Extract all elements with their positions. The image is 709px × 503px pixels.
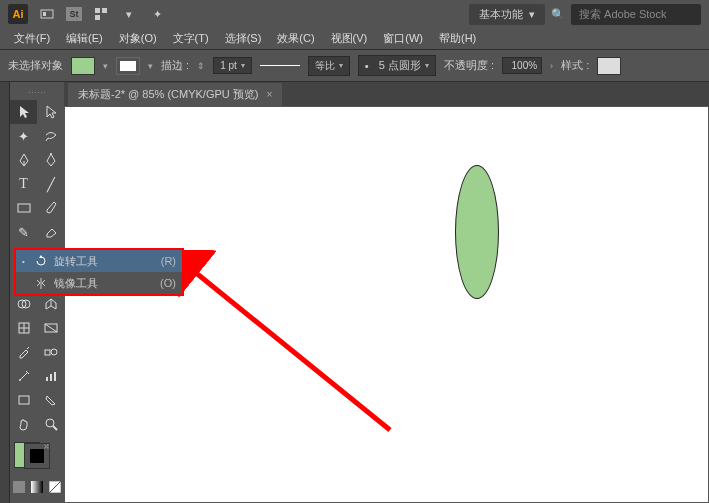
type-tool[interactable]: T xyxy=(10,172,37,196)
graph-tool[interactable] xyxy=(37,364,64,388)
svg-rect-21 xyxy=(46,377,48,381)
flyout-mirror-tool[interactable]: 镜像工具 (O) xyxy=(16,272,182,294)
uniform-dropdown[interactable]: 等比 xyxy=(308,56,350,76)
rotate-tool-flyout: • 旋转工具 (R) 镜像工具 (O) xyxy=(14,248,184,296)
arrow-icon[interactable]: ▾ xyxy=(120,5,138,23)
svg-rect-6 xyxy=(18,204,30,212)
svg-rect-18 xyxy=(45,350,50,355)
svg-point-25 xyxy=(46,419,54,427)
svg-rect-27 xyxy=(31,481,43,493)
paintbrush-tool[interactable] xyxy=(37,196,64,220)
document-tab[interactable]: 未标题-2* @ 85% (CMYK/GPU 预览) × xyxy=(68,83,282,106)
svg-point-5 xyxy=(50,153,52,155)
menu-view[interactable]: 视图(V) xyxy=(325,29,374,48)
blend-tool[interactable] xyxy=(37,340,64,364)
opacity-caret[interactable]: › xyxy=(550,61,553,71)
opacity-label: 不透明度 : xyxy=(444,58,494,73)
pen-tool[interactable] xyxy=(10,148,37,172)
lasso-tool[interactable] xyxy=(37,124,64,148)
svg-rect-4 xyxy=(95,15,100,20)
menu-type[interactable]: 文字(T) xyxy=(167,29,215,48)
svg-rect-1 xyxy=(43,12,46,16)
menu-effect[interactable]: 效果(C) xyxy=(271,29,320,48)
search-input[interactable]: 搜索 Adobe Stock xyxy=(571,4,701,25)
canvas[interactable] xyxy=(64,106,709,503)
toolbar-grip[interactable]: ⋯⋯ xyxy=(10,86,64,100)
fill-menu-caret[interactable]: ▾ xyxy=(103,61,108,71)
swap-colors-icon[interactable]: ⤭ xyxy=(43,442,50,451)
flyout-mirror-shortcut: (O) xyxy=(160,277,176,289)
svg-rect-23 xyxy=(54,372,56,381)
selection-tool[interactable] xyxy=(10,100,37,124)
document-tab-title: 未标题-2* @ 85% (CMYK/GPU 预览) xyxy=(78,87,258,102)
svg-point-20 xyxy=(19,379,21,381)
brush-dropdown[interactable]: • 5 点圆形 xyxy=(358,55,436,76)
style-swatch[interactable] xyxy=(597,57,621,75)
menu-select[interactable]: 选择(S) xyxy=(219,29,268,48)
svg-point-19 xyxy=(51,349,57,355)
rectangle-tool[interactable] xyxy=(10,196,37,220)
line-tool[interactable]: ╱ xyxy=(37,172,64,196)
ellipse-shape[interactable] xyxy=(455,165,499,299)
svg-rect-0 xyxy=(41,10,53,18)
opacity-input[interactable]: 100% xyxy=(502,57,542,74)
svg-rect-26 xyxy=(13,481,25,493)
stroke-preview[interactable] xyxy=(260,61,300,71)
flyout-rotate-tool[interactable]: • 旋转工具 (R) xyxy=(16,250,182,272)
bridge-icon[interactable] xyxy=(38,5,56,23)
stroke-label: 描边 : xyxy=(161,58,189,73)
stroke-swatch[interactable] xyxy=(116,57,140,75)
menu-object[interactable]: 对象(O) xyxy=(113,29,163,48)
hand-tool[interactable] xyxy=(10,412,37,436)
svg-rect-3 xyxy=(102,8,107,13)
svg-rect-2 xyxy=(95,8,100,13)
shaper-tool[interactable]: ✎ xyxy=(10,220,37,244)
color-mode[interactable] xyxy=(10,475,28,499)
app-logo: Ai xyxy=(8,4,28,24)
symbol-sprayer-tool[interactable] xyxy=(10,364,37,388)
menu-help[interactable]: 帮助(H) xyxy=(433,29,482,48)
menu-edit[interactable]: 编辑(E) xyxy=(60,29,109,48)
magic-wand-tool[interactable]: ✦ xyxy=(10,124,37,148)
style-label: 样式 : xyxy=(561,58,589,73)
stroke-weight[interactable]: 1 pt xyxy=(213,57,252,74)
reflect-icon xyxy=(34,277,48,290)
curvature-tool[interactable] xyxy=(37,148,64,172)
gradient-tool[interactable] xyxy=(37,316,64,340)
direct-selection-tool[interactable] xyxy=(37,100,64,124)
slice-tool[interactable] xyxy=(37,388,64,412)
close-tab-icon[interactable]: × xyxy=(266,89,272,100)
eyedropper-tool[interactable] xyxy=(10,340,37,364)
eraser-tool[interactable] xyxy=(37,220,64,244)
stroke-up[interactable]: ⇕ xyxy=(197,61,205,71)
svg-rect-22 xyxy=(50,374,52,381)
none-mode[interactable] xyxy=(46,475,64,499)
workspace-switcher[interactable]: 基本功能 ▾ xyxy=(469,4,545,25)
selection-status: 未选择对象 xyxy=(8,58,63,73)
menu-window[interactable]: 窗口(W) xyxy=(377,29,429,48)
flyout-rotate-label: 旋转工具 xyxy=(54,254,98,269)
flyout-mirror-label: 镜像工具 xyxy=(54,276,98,291)
color-picker[interactable]: ⤭ xyxy=(14,442,50,469)
rotate-icon xyxy=(34,255,48,268)
left-dock-strip[interactable] xyxy=(0,82,10,503)
mesh-tool[interactable] xyxy=(10,316,37,340)
arrange-icon[interactable] xyxy=(92,5,110,23)
search-icon: 🔍 xyxy=(551,8,565,21)
fill-swatch[interactable] xyxy=(71,57,95,75)
selected-bullet-icon: • xyxy=(22,257,28,266)
stock-icon[interactable]: St xyxy=(66,7,82,21)
sparkle-icon[interactable]: ✦ xyxy=(148,5,166,23)
stroke-menu-caret[interactable]: ▾ xyxy=(148,61,153,71)
gradient-mode[interactable] xyxy=(28,475,46,499)
menu-file[interactable]: 文件(F) xyxy=(8,29,56,48)
artboard-tool[interactable] xyxy=(10,388,37,412)
zoom-tool[interactable] xyxy=(37,412,64,436)
svg-rect-24 xyxy=(19,396,29,404)
flyout-rotate-shortcut: (R) xyxy=(161,255,176,267)
